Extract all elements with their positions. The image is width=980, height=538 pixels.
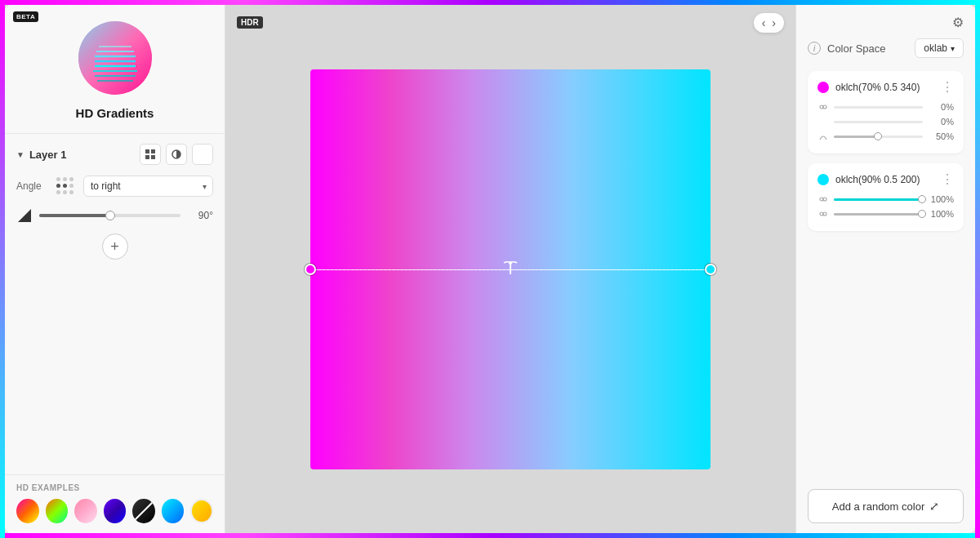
add-random-label: Add a random color: [832, 500, 924, 513]
dot-mr[interactable]: [69, 184, 74, 188]
param-row-1b: 0%: [817, 116, 954, 127]
dot-mc[interactable]: [63, 184, 67, 188]
add-random-button[interactable]: Add a random color ⤢: [808, 489, 964, 523]
param-value-1a: 0%: [928, 102, 954, 112]
nav-arrows: ‹ ›: [754, 13, 784, 33]
midpoint-value-1: 50%: [928, 131, 954, 141]
info-icon[interactable]: i: [808, 42, 821, 55]
angle-select[interactable]: to right to left to top to bottom: [83, 176, 213, 197]
param-value-1b: 0%: [928, 117, 954, 127]
param-slider-1a[interactable]: [834, 106, 923, 109]
dot-ml[interactable]: [56, 184, 60, 188]
beta-badge: BETA: [13, 11, 38, 22]
app-title: HD Gradients: [76, 106, 154, 120]
examples-row: [16, 499, 213, 523]
examples-section: HD EXAMPLES: [5, 474, 225, 533]
param-slider-2b[interactable]: [834, 213, 923, 216]
layer-header: ▼ Layer 1: [16, 144, 213, 165]
midpoint-slider-1[interactable]: [834, 136, 923, 138]
example-swatch-5[interactable]: [132, 499, 155, 523]
param-fill-2b: [834, 213, 923, 216]
more-options-icon-1[interactable]: ⋮: [941, 79, 954, 95]
param-value-2b: 100%: [928, 209, 954, 219]
param-thumb-2a[interactable]: [918, 195, 926, 203]
layer-collapse-arrow[interactable]: ▼: [16, 150, 24, 159]
canvas-area: HDR ‹ ›: [225, 5, 795, 533]
dot-tc[interactable]: [63, 177, 67, 181]
color-space-select[interactable]: oklab ▾: [915, 38, 964, 58]
midpoint-icon-1: [817, 131, 829, 142]
dot-tr[interactable]: [69, 177, 74, 181]
example-swatch-4[interactable]: [104, 499, 127, 523]
example-swatch-1[interactable]: [16, 499, 39, 523]
color-space-value: oklab: [924, 42, 947, 54]
svg-rect-12: [151, 155, 155, 159]
svg-point-19: [823, 198, 826, 201]
example-swatch-7[interactable]: [190, 499, 213, 523]
grid-view-button[interactable]: [140, 144, 161, 165]
angle-slider-thumb[interactable]: [105, 211, 115, 220]
example-swatch-6[interactable]: [162, 499, 185, 523]
link-icon-1: [817, 101, 829, 113]
midpoint-thumb-1[interactable]: [874, 132, 882, 140]
settings-icon-row: ⚙: [808, 15, 964, 30]
gradient-canvas[interactable]: [310, 69, 710, 469]
angle-slider-fill: [39, 214, 110, 217]
angle-slider-row: 90°: [16, 207, 213, 224]
empty-icon-1b: [817, 116, 829, 127]
layer-title: Layer 1: [29, 149, 67, 161]
color-stop-1: oklch(70% 0.5 340) ⋮ 0% 0%: [808, 71, 964, 153]
circle-half-button[interactable]: [166, 144, 187, 165]
midpoint-fill-1: [834, 136, 879, 138]
svg-rect-11: [145, 155, 149, 159]
angle-select-wrapper[interactable]: to right to left to top to bottom ▾: [83, 176, 213, 197]
color-value-1: oklch(70% 0.5 340): [835, 82, 934, 93]
svg-point-0: [78, 21, 152, 95]
svg-point-21: [823, 212, 826, 216]
add-stop-button[interactable]: +: [102, 233, 128, 260]
color-space-row: i Color Space oklab ▾: [808, 38, 964, 58]
link-icon-2: [817, 193, 829, 205]
settings-icon[interactable]: ⚙: [952, 15, 964, 30]
color-value-2: oklch(90% 0.5 200): [835, 174, 934, 185]
more-options-icon-2[interactable]: ⋮: [941, 171, 954, 187]
color-space-label: Color Space: [827, 42, 908, 55]
app-logo: [78, 21, 152, 95]
sidebar-header: HD Gradients: [5, 5, 225, 134]
param-slider-2a[interactable]: [834, 198, 923, 201]
param-slider-1b[interactable]: [834, 121, 923, 123]
param-fill-2a: [834, 198, 923, 201]
example-swatch-3[interactable]: [74, 499, 97, 523]
param-thumb-2b[interactable]: [918, 210, 926, 218]
color-stop-2-header: oklch(90% 0.5 200) ⋮: [817, 171, 954, 187]
param-value-2a: 100%: [928, 194, 954, 204]
angle-slider-value: 90°: [187, 210, 213, 221]
dot-bl[interactable]: [56, 190, 60, 194]
example-swatch-2[interactable]: [46, 499, 69, 523]
color-stop-2: oklch(90% 0.5 200) ⋮ 100%: [808, 163, 964, 231]
angle-dot-grid[interactable]: [54, 175, 77, 198]
dot-tl[interactable]: [56, 177, 60, 181]
midpoint-row-1: 50%: [817, 131, 954, 142]
angle-slider-track[interactable]: [39, 214, 180, 217]
param-row-1a: 0%: [817, 101, 954, 113]
gradient-stop-left[interactable]: [305, 264, 316, 275]
gradient-stop-right[interactable]: [705, 264, 716, 275]
dot-bc[interactable]: [63, 190, 67, 194]
color-dot-1[interactable]: [817, 82, 829, 93]
prev-arrow[interactable]: ‹: [760, 16, 768, 29]
color-dot-2[interactable]: [817, 174, 829, 185]
moon-button[interactable]: [192, 144, 213, 165]
angle-slider-icon: [16, 207, 33, 224]
empty-icon-2b: [817, 208, 829, 220]
hdr-badge: HDR: [237, 16, 263, 29]
dot-br[interactable]: [69, 190, 74, 194]
layer-title-row: ▼ Layer 1: [16, 149, 66, 161]
shuffle-icon: ⤢: [929, 500, 939, 513]
examples-label: HD EXAMPLES: [16, 483, 213, 492]
svg-rect-10: [151, 149, 155, 153]
layer-icons: [140, 144, 213, 165]
layer-section: ▼ Layer 1 Angle: [5, 134, 225, 474]
midpoint-handle[interactable]: [499, 255, 522, 281]
next-arrow[interactable]: ›: [770, 16, 777, 29]
